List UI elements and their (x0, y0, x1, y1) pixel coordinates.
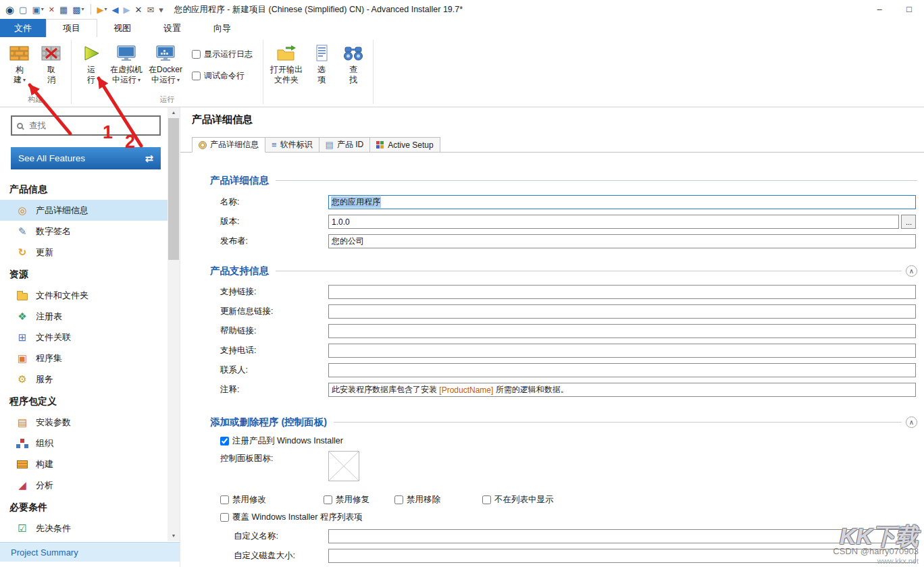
tab-file[interactable]: 文件 (0, 19, 46, 37)
scrollbar-thumb[interactable] (168, 118, 179, 260)
sidebar-item-builds[interactable]: 构建 (0, 454, 168, 475)
collapse-support-button[interactable]: ∧ (906, 265, 917, 277)
scroll-up-icon[interactable]: ▲ (168, 107, 180, 118)
services-icon: ⚙ (16, 374, 28, 384)
override-entry-checkbox[interactable]: 覆盖 Windows Installer 程序列表项 (220, 512, 362, 523)
debug-command-line-checkbox[interactable]: 调试命令行 (192, 70, 253, 82)
dropdown-icon: ▾ (138, 75, 140, 85)
cancel-build-button[interactable]: 取 消 (36, 40, 66, 86)
tab-settings[interactable]: 设置 (147, 19, 197, 37)
find-button[interactable]: 查 找 (338, 40, 368, 86)
sidebar-item-prerequisites[interactable]: ☑ 先决条件 (0, 518, 168, 539)
tab-product-details[interactable]: 产品详细信息 (192, 137, 265, 153)
custom-name-input[interactable] (328, 529, 916, 543)
save-as-icon[interactable]: ▩▾ (72, 5, 84, 14)
register-product-checkbox[interactable]: 注册产品到 Windows Installer (220, 435, 343, 447)
override-entry-checkbox-input[interactable] (220, 513, 229, 522)
run-in-vm-button[interactable]: 在虚拟机 中运行▾ (108, 40, 145, 86)
help-link-row: 帮助链接: (180, 324, 916, 338)
window-title: 您的应用程序 - 新建项目 (Chinese (Simplified) CN) … (174, 4, 463, 16)
ribbon-group-build: 构 建▾ 取 消 构建 (0, 37, 71, 107)
sidebar-item-analytics[interactable]: ◢ 分析 (0, 475, 168, 495)
tab-product-ids[interactable]: ▤ 产品 ID (319, 137, 371, 153)
project-summary-link[interactable]: Project Summary (0, 542, 180, 562)
maximize-button[interactable]: □ (894, 0, 924, 19)
sidebar-item-updates[interactable]: ↻ 更新 (0, 242, 168, 263)
quick-build-icon[interactable]: ▶▾ (97, 5, 107, 14)
disable-repair-checkbox[interactable]: 禁用修复 (324, 494, 394, 506)
tab-software-identification[interactable]: ≡ 软件标识 (265, 137, 319, 153)
tab-view[interactable]: 视图 (97, 19, 147, 37)
disable-remove-checkbox-input[interactable] (394, 495, 403, 504)
control-panel-icon-placeholder[interactable] (328, 451, 359, 483)
register-product-checkbox-input[interactable] (220, 437, 229, 446)
sidebar-item-organization[interactable]: 组织 (0, 433, 168, 454)
assemblies-icon: ▣ (16, 353, 28, 363)
search-box[interactable] (11, 115, 161, 136)
hide-from-list-checkbox-input[interactable] (482, 495, 491, 504)
disable-repair-checkbox-input[interactable] (324, 495, 332, 504)
open-project-icon[interactable]: ▣▾ (32, 5, 43, 14)
search-input[interactable] (28, 120, 155, 131)
digital-signature-icon: ✎ (16, 226, 28, 236)
organization-icon (16, 438, 28, 448)
tab-active-setup[interactable]: Active Setup (370, 137, 440, 153)
support-phone-input[interactable] (328, 344, 916, 358)
hide-from-list-checkbox[interactable]: 不在列表中显示 (482, 494, 554, 506)
sidebar-item-assemblies[interactable]: ▣ 程序集 (0, 348, 168, 369)
save-icon[interactable]: ▦ (59, 5, 68, 14)
open-output-folder-button[interactable]: 打开输出 文件夹 (268, 40, 305, 86)
sidebar-item-services[interactable]: ⚙ 服务 (0, 369, 168, 389)
install-parameters-icon: ▤ (16, 417, 28, 427)
debug-command-line-checkbox-input[interactable] (192, 72, 201, 80)
sidebar-scrollbar[interactable]: ▲ ▼ (168, 107, 180, 541)
back-icon[interactable]: ◀ (112, 5, 119, 14)
disable-modify-checkbox-input[interactable] (220, 495, 229, 504)
version-input[interactable] (328, 215, 899, 229)
see-all-features-button[interactable]: See All Features ⇄ (11, 147, 161, 169)
feedback-mail-icon[interactable]: ✉ (147, 5, 154, 14)
disable-remove-checkbox[interactable]: 禁用移除 (394, 494, 482, 506)
update-info-link-input[interactable] (328, 304, 916, 319)
sidebar-heading-prerequisites: 必要条件 (0, 495, 168, 518)
forward-icon[interactable]: ▶ (124, 5, 130, 14)
new-project-icon[interactable]: ▢ (19, 5, 27, 14)
show-run-log-checkbox[interactable]: 显示运行日志 (192, 49, 253, 60)
run-button[interactable]: 运 行 (76, 40, 106, 86)
show-run-log-checkbox-input[interactable] (192, 50, 201, 59)
build-button[interactable]: 构 建▾ (5, 40, 34, 86)
sidebar-item-file-associations[interactable]: ⊞ 文件关联 (0, 327, 168, 348)
sidebar-heading-resources: 资源 (0, 263, 168, 285)
close-project-icon[interactable]: ✕ (49, 6, 55, 14)
software-id-tab-icon: ≡ (272, 140, 277, 150)
sidebar-tree: 产品信息 ◎ 产品详细信息 ✎ 数字签名 ↻ 更新 资源 文件和文件夹 ❖ 注册… (0, 178, 168, 540)
sidebar-item-digital-signature[interactable]: ✎ 数字签名 (0, 221, 168, 242)
custom-disk-size-input[interactable] (328, 549, 916, 563)
dropdown-icon: ▾ (41, 7, 44, 12)
tab-wizard[interactable]: 向导 (197, 19, 247, 37)
run-in-docker-button[interactable]: 在Docker 中运行▾ (147, 40, 184, 86)
support-link-input[interactable] (328, 285, 916, 299)
help-link-input[interactable] (328, 324, 916, 338)
title-bar: ◉ ▢ ▣▾ ✕ ▦ ▩▾ ▶▾ ◀ ▶ ✕ ✉ ▾ 您的应用程序 - 新建项目… (0, 0, 924, 19)
options-button[interactable]: 选 项 (307, 40, 336, 86)
registry-icon: ❖ (16, 311, 28, 321)
contact-input[interactable] (328, 363, 916, 377)
version-browse-button[interactable]: ... (901, 215, 916, 229)
ribbon-tab-row: 文件 项目 视图 设置 向导 (0, 19, 924, 37)
collapse-arp-button[interactable]: ∧ (906, 416, 917, 428)
customize-toolbar-icon[interactable]: ▾ (159, 5, 163, 14)
sidebar-item-registry[interactable]: ❖ 注册表 (0, 306, 168, 327)
scroll-down-icon[interactable]: ▼ (168, 531, 180, 541)
disable-modify-checkbox[interactable]: 禁用修改 (220, 494, 324, 506)
minimize-button[interactable]: – (865, 0, 894, 19)
product-name-input[interactable]: 您的应用程序 (328, 195, 916, 209)
tab-project[interactable]: 项目 (46, 19, 97, 37)
sidebar-item-files-folders[interactable]: 文件和文件夹 (0, 285, 168, 306)
sidebar-item-product-details[interactable]: ◎ 产品详细信息 (0, 200, 168, 221)
comments-input[interactable]: 此安装程序数据库包含了安装 [ProductName] 所需的逻辑和数据。 (328, 383, 916, 397)
publisher-input[interactable] (328, 234, 916, 248)
close-icon[interactable]: ✕ (135, 5, 143, 14)
sidebar-item-install-parameters[interactable]: ▤ 安装参数 (0, 412, 168, 433)
custom-disk-size-row: 自定义磁盘大小: (180, 549, 916, 563)
